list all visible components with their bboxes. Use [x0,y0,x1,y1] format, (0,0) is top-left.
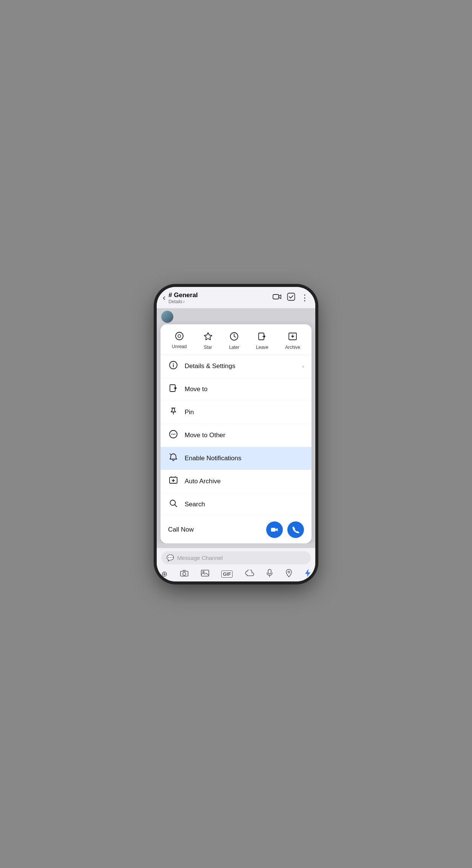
leave-icon [258,332,267,342]
svg-line-20 [170,454,171,455]
message-placeholder[interactable]: Message Channel [177,555,305,561]
svg-point-42 [288,571,290,573]
svg-point-4 [178,335,180,337]
cloud-icon[interactable] [245,570,254,578]
menu-item-details-settings[interactable]: Details & Settings › [160,355,312,378]
phone-frame: ‹ # General Details › [157,287,315,581]
call-now-label: Call Now [168,526,194,533]
svg-marker-5 [204,333,212,340]
video-call-icon[interactable] [273,293,282,302]
header-title-group: # General Details › [168,291,198,304]
svg-rect-0 [273,294,279,299]
quick-action-archive[interactable]: Archive [281,330,304,352]
move-icon [168,384,179,395]
quick-action-unread[interactable]: Unread [168,330,190,352]
menu-item-search[interactable]: Search [160,493,312,516]
toolbar-row: ⊕ GIF [161,567,311,581]
phone-call-button[interactable] [287,521,304,538]
svg-point-39 [203,571,204,573]
details-chevron: › [183,299,185,304]
header-subtitle[interactable]: Details › [168,299,198,304]
dropdown-menu: Unread Star Later [160,324,312,543]
video-call-button[interactable] [266,521,283,538]
channel-title: # General [168,291,198,299]
menu-item-move-to[interactable]: Move to [160,378,312,401]
pin-icon [168,407,179,418]
move-to-label: Move to [185,385,304,393]
search-label: Search [185,501,304,508]
details-link[interactable]: Details [168,299,182,304]
svg-line-26 [175,505,177,507]
details-settings-label: Details & Settings [185,362,296,370]
image-icon[interactable] [201,569,209,579]
menu-item-enable-notifications[interactable]: Enable Notifications [160,447,312,470]
add-icon[interactable]: ⊕ [161,569,168,578]
star-label: Star [204,345,212,350]
more-menu-button[interactable]: ⋮ [301,293,309,303]
auto-archive-label: Auto Archive [185,478,304,485]
enable-notifications-label: Enable Notifications [185,455,304,462]
call-now-row: Call Now [160,516,312,543]
unread-label: Unread [172,344,187,349]
gif-icon[interactable]: GIF [221,570,233,578]
info-icon [168,361,179,372]
inbox-icon[interactable] [287,293,295,303]
eye-icon [174,332,184,342]
header-left: ‹ # General Details › [163,291,198,304]
svg-rect-40 [268,569,271,574]
svg-rect-38 [201,570,209,576]
other-icon [168,430,179,441]
avatar-row [157,308,315,323]
camera-icon[interactable] [180,570,188,578]
archive-label: Archive [285,345,300,350]
menu-item-auto-archive[interactable]: Auto Archive [160,470,312,493]
back-button[interactable]: ‹ [163,293,165,303]
svg-point-18 [173,433,174,435]
message-bubble-icon: 💬 [167,554,174,561]
header-right: ⋮ [273,293,309,303]
quick-action-leave[interactable]: Leave [252,330,272,352]
message-input-row[interactable]: 💬 Message Channel [161,551,311,564]
move-to-other-label: Move to Other [185,432,304,439]
star-icon [204,332,213,342]
later-label: Later [229,345,239,350]
menu-item-pin[interactable]: Pin [160,401,312,424]
svg-point-19 [174,433,176,435]
chat-area: Angie ORealy Same here - super excited t… [157,543,315,548]
search-icon [168,499,179,510]
quick-action-later[interactable]: Later [225,330,243,352]
pin-label: Pin [185,409,304,416]
header: ‹ # General Details › [157,287,315,308]
mic-icon[interactable] [266,569,273,579]
bell-icon [168,453,179,464]
quick-actions-row: Unread Star Later [160,324,312,355]
svg-rect-1 [288,293,295,301]
svg-rect-27 [271,528,276,532]
svg-point-37 [183,572,186,575]
call-now-buttons [266,521,304,538]
menu-item-move-to-other[interactable]: Move to Other [160,424,312,447]
svg-point-17 [171,433,173,435]
clock-icon [230,332,239,342]
archive-icon [288,332,297,342]
input-bar: 💬 Message Channel ⊕ GIF [157,548,315,581]
details-chevron-icon: › [302,363,304,370]
quick-action-star[interactable]: Star [200,330,216,352]
location-icon[interactable] [285,569,292,579]
leave-label: Leave [256,345,268,350]
auto-archive-icon [168,476,179,487]
user-avatar [161,311,173,323]
lightning-icon[interactable] [305,569,311,579]
